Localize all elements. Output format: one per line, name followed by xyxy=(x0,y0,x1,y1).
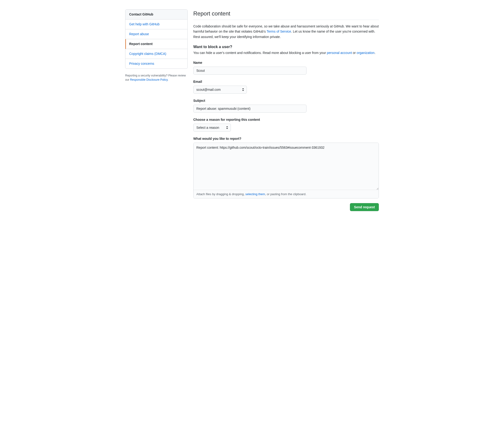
form-actions: Send request xyxy=(193,203,379,211)
reason-label: Choose a reason for reporting this conte… xyxy=(193,117,379,122)
attach-text-1: Attach files by dragging & dropping, xyxy=(196,192,245,196)
body-group: What would you like to report? Attach fi… xyxy=(193,136,379,199)
note-suffix: . xyxy=(168,78,168,81)
email-label: Email xyxy=(193,79,379,84)
body-label: What would you like to report? xyxy=(193,136,379,141)
main-content: Report content Code collaboration should… xyxy=(193,9,379,211)
subject-input[interactable] xyxy=(193,105,306,113)
reason-group: Choose a reason for reporting this conte… xyxy=(193,117,379,132)
email-select[interactable]: scout@mail.com xyxy=(193,86,247,94)
sidebar-item-copyright-dmca[interactable]: Copyright claims (DMCA) xyxy=(126,49,187,59)
sidebar-item-report-content: Report content xyxy=(126,39,187,49)
body-textarea[interactable] xyxy=(194,143,378,190)
reason-select[interactable]: Select a reason xyxy=(193,124,231,132)
email-group: Email scout@mail.com xyxy=(193,79,379,94)
subject-group: Subject xyxy=(193,98,379,113)
sidebar-item-privacy[interactable]: Privacy concerns xyxy=(126,59,187,69)
organization-link[interactable]: organization xyxy=(357,51,375,55)
sidebar-item-report-abuse[interactable]: Report abuse xyxy=(126,29,187,39)
send-request-button[interactable]: Send request xyxy=(350,203,379,211)
name-label: Name xyxy=(193,60,379,65)
subject-label: Subject xyxy=(193,98,379,103)
responsible-disclosure-link[interactable]: Responsible Disclosure Policy xyxy=(130,78,168,81)
intro-paragraph: Code collaboration should be safe for ev… xyxy=(193,24,379,39)
terms-of-service-link[interactable]: Terms of Service xyxy=(267,30,291,33)
block-user-heading: Want to block a user? xyxy=(193,44,379,50)
block-user-description: You can hide a user's content and notifi… xyxy=(193,50,379,55)
page-title: Report content xyxy=(193,9,379,20)
sidebar-note: Reporting a security vulnerability? Plea… xyxy=(125,73,188,82)
textarea-wrapper: Attach files by dragging & dropping, sel… xyxy=(193,143,379,199)
sidebar-item-get-help[interactable]: Get help with GitHub xyxy=(126,19,187,29)
attach-select-link[interactable]: selecting them xyxy=(245,192,265,196)
personal-account-link[interactable]: personal account xyxy=(327,51,352,55)
sidebar-header: Contact GitHub xyxy=(126,10,187,19)
block-text-1: You can hide a user's content and notifi… xyxy=(193,51,327,55)
sidebar: Contact GitHub Get help with GitHub Repo… xyxy=(125,9,188,211)
name-input[interactable] xyxy=(193,67,306,75)
block-or: or xyxy=(352,51,357,55)
sidebar-menu: Contact GitHub Get help with GitHub Repo… xyxy=(125,9,188,69)
block-suffix: . xyxy=(375,51,376,55)
attach-text-2: , or pasting from the clipboard. xyxy=(265,192,306,196)
name-group: Name xyxy=(193,60,379,75)
attach-bar[interactable]: Attach files by dragging & dropping, sel… xyxy=(194,190,378,199)
